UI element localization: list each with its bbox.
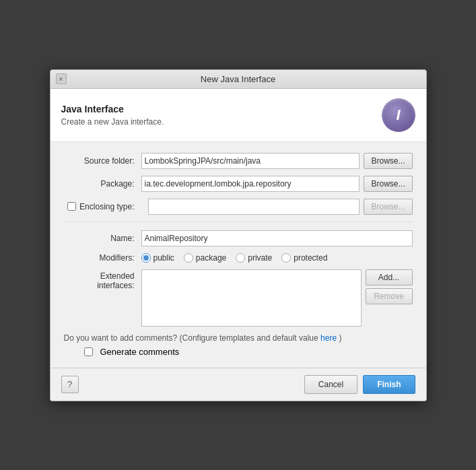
- extended-interfaces-buttons: Add... Remove: [366, 269, 413, 304]
- dialog-footer: ? Cancel Finish: [50, 368, 426, 401]
- divider: [64, 222, 413, 222]
- package-row: Package: Browse...: [64, 176, 413, 192]
- new-java-interface-dialog: × New Java Interface Java Interface Crea…: [50, 69, 427, 401]
- comments-text: Do you want to add comments? (Configure …: [64, 333, 318, 343]
- dialog-title: New Java Interface: [201, 74, 275, 84]
- extended-interfaces-textarea[interactable]: [141, 269, 362, 327]
- header-text: Java Interface Create a new Java interfa…: [61, 104, 164, 127]
- extended-interfaces-row: Extended interfaces: Add... Remove: [64, 269, 413, 327]
- comments-link[interactable]: here: [320, 333, 337, 343]
- extended-interfaces-label: Extended interfaces:: [64, 269, 141, 290]
- source-folder-input[interactable]: [141, 153, 360, 169]
- modifier-protected-label: protected: [294, 253, 327, 263]
- close-button[interactable]: ×: [56, 73, 67, 84]
- dialog-body: Source folder: Browse... Package: Browse…: [50, 142, 426, 368]
- add-button[interactable]: Add...: [366, 269, 413, 286]
- header-heading: Java Interface: [61, 104, 164, 114]
- name-row: Name:: [64, 230, 413, 246]
- modifier-private[interactable]: private: [236, 253, 272, 263]
- enclosing-type-input[interactable]: [148, 199, 360, 215]
- comments-close: ): [339, 333, 341, 343]
- dialog-header: Java Interface Create a new Java interfa…: [50, 89, 426, 142]
- modifier-public[interactable]: public: [141, 253, 174, 263]
- modifiers-options: public package private protected: [141, 253, 328, 263]
- enclosing-type-checkbox[interactable]: [67, 202, 76, 211]
- comments-section: Do you want to add comments? (Configure …: [64, 333, 413, 357]
- modifiers-row: Modifiers: public package private: [64, 253, 413, 263]
- radio-public-icon: [141, 253, 151, 263]
- package-label: Package:: [64, 179, 141, 189]
- source-folder-row: Source folder: Browse...: [64, 153, 413, 169]
- enclosing-type-row: Enclosing type: Browse...: [64, 199, 413, 215]
- titlebar: × New Java Interface: [50, 70, 426, 89]
- enclosing-type-browse-button[interactable]: Browse...: [364, 199, 412, 215]
- name-input[interactable]: [141, 230, 413, 246]
- remove-button[interactable]: Remove: [366, 288, 413, 304]
- name-label: Name:: [64, 234, 141, 243]
- modifier-public-label: public: [154, 253, 174, 263]
- radio-package-icon: [184, 253, 193, 263]
- help-button[interactable]: ?: [61, 376, 79, 393]
- radio-private-icon: [236, 253, 245, 263]
- modifier-private-label: private: [248, 253, 272, 263]
- header-description: Create a new Java interface.: [61, 117, 164, 127]
- modifiers-label: Modifiers:: [64, 253, 141, 263]
- generate-comments-row: Generate comments: [64, 347, 413, 357]
- modifier-package-label: package: [196, 253, 226, 263]
- cancel-button[interactable]: Cancel: [304, 375, 358, 394]
- source-folder-label: Source folder:: [64, 156, 141, 166]
- package-input[interactable]: [141, 176, 360, 192]
- radio-public-dot: [143, 255, 149, 261]
- generate-comments-checkbox[interactable]: [84, 347, 93, 356]
- generate-comments-label: Generate comments: [100, 347, 180, 357]
- modifier-protected[interactable]: protected: [281, 253, 327, 263]
- enclosing-type-label: Enclosing type:: [79, 202, 134, 211]
- comments-link-row: Do you want to add comments? (Configure …: [64, 333, 413, 343]
- package-browse-button[interactable]: Browse...: [364, 176, 412, 192]
- footer-actions: Cancel Finish: [304, 375, 415, 394]
- modifier-package[interactable]: package: [184, 253, 226, 263]
- source-folder-browse-button[interactable]: Browse...: [364, 153, 412, 169]
- radio-protected-icon: [281, 253, 291, 263]
- finish-button[interactable]: Finish: [363, 375, 415, 394]
- java-interface-icon: I: [382, 98, 415, 132]
